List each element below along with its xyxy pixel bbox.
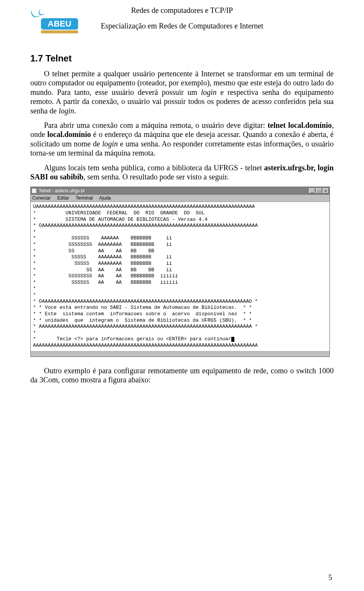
p3-text-a: Alguns locais tem senha pública, como a … (44, 163, 264, 172)
term-line: * SSSSS AAAAAAAA BBBBBBB ii (33, 254, 172, 260)
minimize-icon: _ (311, 189, 313, 193)
terminal-cursor (231, 337, 234, 342)
svg-rect-1 (41, 30, 78, 33)
term-line: * OAAAAAAAAAAAAAAAAAAAAAAAAAAAAAAAAAAAAA… (33, 223, 258, 228)
p1-login-1: login (201, 88, 217, 96)
close-button[interactable]: × (323, 188, 329, 193)
p2-login: login (102, 140, 118, 148)
window-titlebar[interactable]: Telnet - asterix.ufrgs.br _ □ × (31, 187, 329, 195)
p1-text-c: . (74, 107, 76, 115)
term-line: * SISTEMA DE AUTOMACAO DE BIBLIOTECAS - … (33, 217, 207, 222)
menu-terminal[interactable]: Terminal (76, 195, 93, 201)
term-line: * SSSSSSSS AA AA BBBBBBBB iiiiii (33, 273, 178, 279)
menu-editar[interactable]: Editar (57, 195, 69, 201)
close-icon: × (325, 189, 327, 193)
window-menubar: Conectar Editar Terminal Ajuda (31, 195, 329, 202)
maximize-button[interactable]: □ (316, 188, 322, 193)
paragraph-4: Outro exemplo é para configurar remotame… (30, 366, 334, 385)
term-line: * SSSSSS AAAAAA BBBBBBB ii (33, 235, 172, 241)
maximize-icon: □ (318, 189, 320, 193)
page-header: ABEU Redes de computadores e TCP/IP Espe… (30, 6, 334, 44)
window-title: Telnet - asterix.ufrgs.br (39, 188, 308, 193)
term-line: * UNIVERSIDADE FEDERAL DO RIO GRANDE DO … (33, 210, 204, 216)
term-line: AAAAAAAAAAAAAAAAAAAAAAAAAAAAAAAAAAAAAAAA… (33, 343, 258, 348)
p3-text-c: , sem senha. O resultado pode ser visto … (83, 173, 229, 181)
app-icon (31, 188, 37, 193)
menu-conectar[interactable]: Conectar (32, 195, 51, 201)
menu-ajuda[interactable]: Ajuda (99, 195, 111, 201)
page-number: 5 (328, 573, 332, 582)
term-line: * * unidades que integram o Sistema de B… (33, 318, 252, 323)
section-heading: 1.7 Telnet (30, 53, 334, 64)
term-line: * SSSSSSSS AAAAAAAA BBBBBBBB ii (33, 242, 172, 247)
p2-text-a: Para abrir uma conexão com a máquina rem… (44, 121, 268, 129)
telnet-window: Telnet - asterix.ufrgs.br _ □ × Conectar… (30, 187, 330, 357)
abeu-logo: ABEU (30, 7, 80, 37)
p2-bold-2: local.domínio (47, 130, 91, 138)
logo-text: ABEU (48, 19, 71, 28)
term-line: * * Voce esta entrando no SABI - Sistema… (33, 305, 252, 310)
paragraph-2: Para abrir uma conexão com a máquina rem… (30, 121, 334, 158)
p1-login-2: login (58, 107, 74, 115)
term-line: * SS AA AA BB BB ii (33, 267, 172, 273)
term-line: * SS AA AA BB BB (33, 248, 154, 254)
term-line: * * Este sistema contem informacoes sobr… (33, 311, 252, 317)
terminal-output[interactable]: UAAAAAAAAAAAAAAAAAAAAAAAAAAAAAAAAAAAAAAA… (31, 202, 329, 351)
paragraph-1: O telnet permite a qualquer usuário pert… (30, 69, 334, 115)
term-line: * SSSSSS AA AA BBBBBBB iiiiii (33, 280, 178, 285)
term-line: * AAAAAAAAAAAAAAAAAAAAAAAAAAAAAAAAAAAAAA… (33, 324, 258, 329)
term-line: * Tecle <?> para informacoes gerais ou <… (33, 336, 231, 342)
p2-bold-1: telnet local.domínio (268, 121, 332, 129)
paragraph-3: Alguns locais tem senha pública, como a … (30, 163, 334, 182)
term-line: * SSSSS AAAAAAAA BBBBBBB ii (33, 261, 172, 266)
minimize-button[interactable]: _ (309, 188, 315, 193)
term-line: UAAAAAAAAAAAAAAAAAAAAAAAAAAAAAAAAAAAAAAA… (33, 204, 255, 209)
term-line: * OAAAAAAAAAAAAAAAAAAAAAAAAAAAAAAAAAAAAA… (33, 299, 258, 304)
window-statusbar (31, 351, 329, 357)
